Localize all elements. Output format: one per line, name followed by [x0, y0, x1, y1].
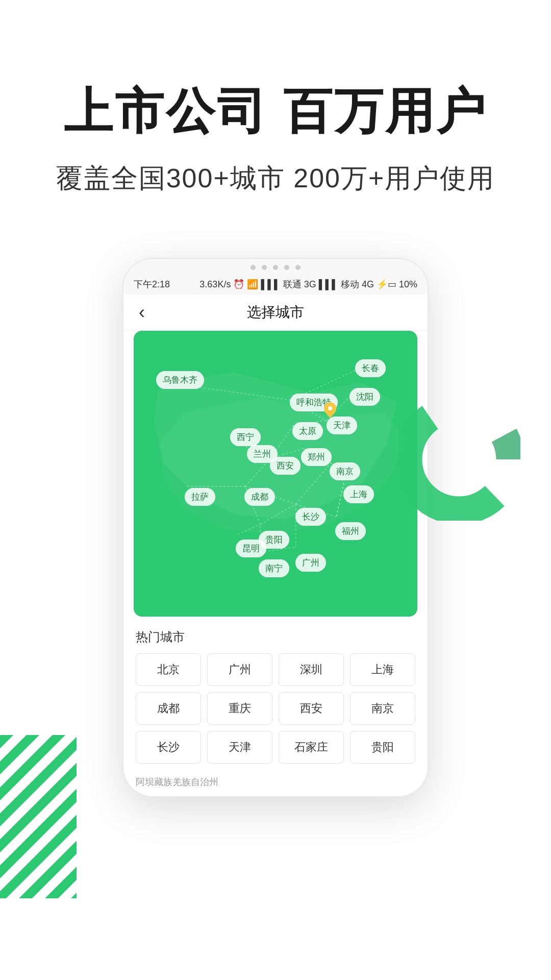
bottom-region-text: 阿坝藏族羌族自治州: [136, 772, 415, 796]
dot4: [284, 265, 289, 270]
cities-grid: 北京广州深圳上海成都重庆西安南京长沙天津石家庄贵阳: [136, 653, 415, 764]
hot-city-button[interactable]: 深圳: [279, 653, 344, 686]
city-pin[interactable]: 长沙: [295, 508, 326, 526]
hot-city-button[interactable]: 长沙: [136, 731, 201, 764]
hot-city-button[interactable]: 石家庄: [279, 731, 344, 764]
hot-city-button[interactable]: 南京: [350, 692, 415, 725]
dot2: [262, 265, 267, 270]
phone-mockup: 下午2:18 3.63K/s ⏰ 📶 ▌▌▌ 联通 3G ▌▌▌ 移动 4G ⚡…: [122, 258, 429, 797]
top-section: 上市公司 百万用户 覆盖全国300+城市 200万+用户使用: [0, 0, 551, 227]
city-pin[interactable]: 乌鲁木齐: [156, 371, 204, 389]
nav-bar: ‹ 选择城市: [123, 295, 428, 331]
circle-decoration: [398, 398, 520, 521]
city-pin[interactable]: 长春: [355, 359, 386, 377]
status-time: 下午2:18: [134, 278, 170, 290]
city-map[interactable]: 乌鲁木齐长春沈阳呼和浩特天津太原西宁兰州西安郑州南京上海拉萨成都长沙福州贵阳昆明…: [134, 331, 417, 617]
hot-city-button[interactable]: 重庆: [207, 692, 272, 725]
hot-cities-section: 热门城市 北京广州深圳上海成都重庆西安南京长沙天津石家庄贵阳 阿坝藏族羌族自治州: [123, 617, 428, 796]
city-pins: 乌鲁木齐长春沈阳呼和浩特天津太原西宁兰州西安郑州南京上海拉萨成都长沙福州贵阳昆明…: [134, 331, 417, 617]
city-pin[interactable]: 西宁: [230, 428, 261, 446]
hot-city-button[interactable]: 天津: [207, 731, 272, 764]
section-title: 热门城市: [136, 629, 415, 645]
phone-top: [123, 259, 428, 274]
city-pin[interactable]: 上海: [343, 485, 374, 503]
location-marker: [324, 402, 336, 420]
svg-point-32: [328, 406, 332, 410]
phone-mockup-container: 下午2:18 3.63K/s ⏰ 📶 ▌▌▌ 联通 3G ▌▌▌ 移动 4G ⚡…: [46, 258, 505, 797]
hot-city-button[interactable]: 西安: [279, 692, 344, 725]
hot-city-button[interactable]: 上海: [350, 653, 415, 686]
city-pin[interactable]: 南京: [330, 462, 360, 480]
city-pin[interactable]: 成都: [244, 488, 275, 506]
status-network: 3.63K/s ⏰ 📶 ▌▌▌ 联通 3G ▌▌▌ 移动 4G ⚡▭ 10%: [199, 278, 417, 290]
hot-city-button[interactable]: 广州: [207, 653, 272, 686]
back-button[interactable]: ‹: [139, 302, 145, 323]
sub-title: 覆盖全国300+城市 200万+用户使用: [41, 161, 510, 197]
city-pin[interactable]: 福州: [335, 522, 366, 540]
city-pin[interactable]: 昆明: [236, 540, 266, 557]
phone-dots: [251, 265, 300, 270]
hot-city-button[interactable]: 贵阳: [350, 731, 415, 764]
page-title: 选择城市: [247, 303, 304, 322]
city-pin[interactable]: 太原: [292, 422, 323, 440]
hot-city-button[interactable]: 北京: [136, 653, 201, 686]
city-pin[interactable]: 广州: [295, 554, 326, 572]
dot5: [295, 265, 300, 270]
city-pin[interactable]: 拉萨: [185, 488, 215, 506]
city-pin[interactable]: 南宁: [259, 559, 289, 577]
main-title: 上市公司 百万用户: [41, 82, 510, 140]
city-pin[interactable]: 西安: [270, 457, 300, 475]
city-pin[interactable]: 郑州: [301, 448, 332, 466]
status-bar: 下午2:18 3.63K/s ⏰ 📶 ▌▌▌ 联通 3G ▌▌▌ 移动 4G ⚡…: [123, 274, 428, 295]
hot-city-button[interactable]: 成都: [136, 692, 201, 725]
city-pin[interactable]: 沈阳: [349, 388, 380, 406]
dot1: [251, 265, 256, 270]
svg-point-3: [408, 408, 510, 510]
dot3: [273, 265, 278, 270]
